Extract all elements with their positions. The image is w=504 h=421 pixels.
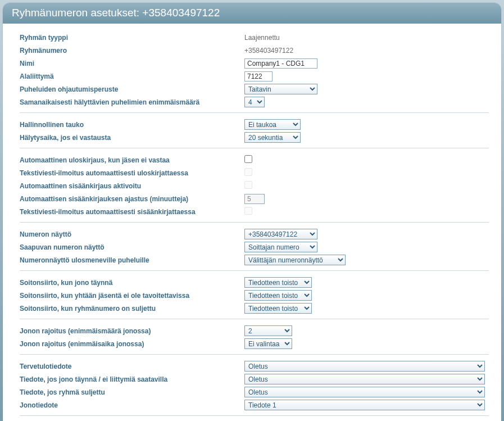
sms-login-checkbox — [244, 207, 252, 215]
sms-login-label: Tekstiviesti-ilmoitus automaattisesti si… — [20, 208, 244, 216]
num-display-label: Numeron näyttö — [20, 230, 244, 238]
closed-msg-select[interactable]: Oletus — [244, 387, 485, 397]
fwd-none-label: Soitonsiirto, kun yhtään jäsentä ei ole … — [20, 292, 244, 300]
auto-login-timer-label: Automaattisen sisäänkirjauksen ajastus (… — [20, 195, 244, 203]
queue-msg-select[interactable]: Tiedote 1 — [244, 400, 485, 410]
name-input[interactable] — [244, 58, 317, 69]
alert-time-select[interactable]: 20 sekuntia — [244, 132, 301, 143]
full-msg-select[interactable]: Oletus — [244, 374, 485, 384]
num-display-select[interactable]: +358403497122 — [244, 229, 317, 239]
name-label: Nimi — [20, 60, 244, 67]
admin-pause-label: Hallinnollinen tauko — [20, 121, 244, 129]
fwd-full-select[interactable]: Tiedotteen toisto — [244, 277, 312, 288]
queue-max-count-select[interactable]: 2 — [244, 325, 292, 336]
full-msg-label: Tiedote, jos jono täynnä / ei liittymiä … — [20, 375, 244, 383]
inc-num-display-label: Saapuvan numeron näyttö — [20, 243, 244, 251]
out-num-display-select[interactable]: Välittäjän numeronnäyttö — [244, 255, 346, 265]
panel-title: Ryhmänumeron asetukset: +358403497122 — [3, 3, 501, 24]
fwd-closed-select[interactable]: Tiedotteen toisto — [244, 303, 312, 314]
auto-login-checkbox — [244, 181, 252, 189]
out-num-display-label: Numeronnäyttö ulosmeneville puheluille — [20, 256, 244, 264]
queue-max-count-label: Jonon rajoitus (enimmäismäärä jonossa) — [20, 327, 244, 335]
fwd-none-select[interactable]: Tiedotteen toisto — [244, 290, 312, 301]
queue-msg-label: Jonotiedote — [20, 401, 244, 409]
group-type-value: Laajennettu — [244, 34, 489, 42]
auto-logout-label: Automaattinen uloskirjaus, kun jäsen ei … — [20, 156, 244, 164]
admin-pause-select[interactable]: Ei taukoa — [244, 119, 301, 130]
sms-logout-label: Tekstiviesti-ilmoitus automaattisesti ul… — [20, 169, 244, 177]
settings-panel: Ryhmänumeron asetukset: +358403497122 Ry… — [3, 3, 501, 421]
auto-logout-checkbox[interactable] — [244, 155, 252, 163]
extension-label: Alaliittymä — [20, 73, 244, 80]
panel-body: Ryhmän tyyppi Laajennettu Ryhmänumero +3… — [3, 24, 501, 421]
routing-select[interactable]: Taitavin — [244, 84, 317, 94]
extension-input[interactable] — [244, 71, 273, 82]
sms-logout-checkbox — [244, 168, 252, 176]
fwd-full-label: Soitonsiirto, kun jono täynnä — [20, 279, 244, 287]
inc-num-display-select[interactable]: Soittajan numero — [244, 242, 317, 252]
max-ring-select[interactable]: 4 — [244, 97, 265, 107]
group-number-label: Ryhmänumero — [20, 47, 244, 55]
max-ring-label: Samanaikaisesti hälyttävien puhelimien e… — [20, 98, 244, 106]
welcome-select[interactable]: Oletus — [244, 361, 485, 372]
group-number-value: +358403497122 — [244, 47, 489, 55]
queue-max-time-select[interactable]: Ei valintaa — [244, 338, 292, 349]
welcome-label: Tervetulotiedote — [20, 363, 244, 370]
routing-label: Puheluiden ohjautumisperuste — [20, 85, 244, 93]
fwd-closed-label: Soitonsiirto, kun ryhmänumero on suljett… — [20, 305, 244, 313]
closed-msg-label: Tiedote, jos ryhmä suljettu — [20, 388, 244, 396]
group-type-label: Ryhmän tyyppi — [20, 34, 244, 42]
queue-max-time-label: Jonon rajoitus (enimmäisaika jonossa) — [20, 340, 244, 348]
alert-time-label: Hälytysaika, jos ei vastausta — [20, 134, 244, 142]
auto-login-timer-input — [244, 194, 265, 204]
auto-login-label: Automaattinen sisäänkirjaus aktivoitu — [20, 182, 244, 190]
